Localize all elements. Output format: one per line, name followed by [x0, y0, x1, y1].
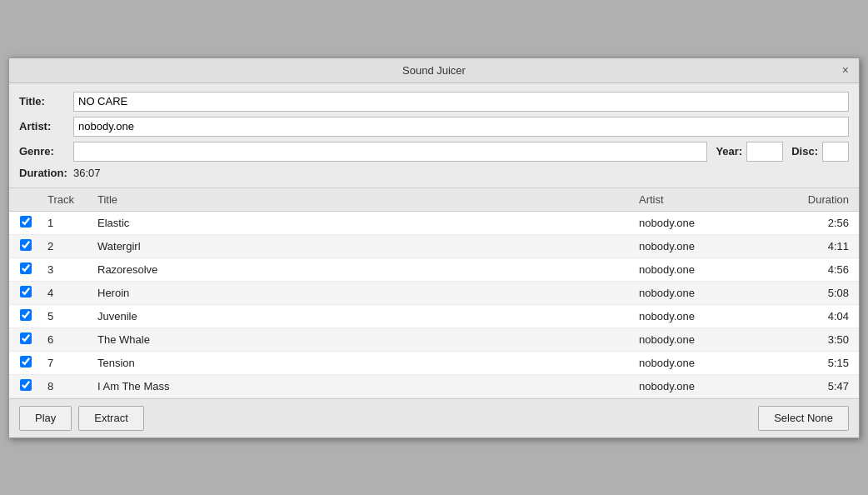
table-row: 3 Razoresolve nobody.one 4:56 [9, 258, 859, 282]
track-artist-cell: nobody.one [634, 329, 784, 350]
track-checkbox[interactable] [20, 379, 32, 391]
track-duration-cell: 5:15 [784, 352, 859, 373]
table-row: 8 I Am The Mass nobody.one 5:47 [9, 375, 859, 398]
header-title: Title [92, 192, 634, 208]
track-artist-cell: nobody.one [634, 212, 784, 233]
track-number-cell: 1 [42, 212, 92, 233]
track-duration-cell: 2:56 [784, 212, 859, 233]
track-number-cell: 7 [42, 352, 92, 373]
genre-row: Genre: Year: Disc: [19, 142, 849, 162]
track-duration-cell: 3:50 [784, 329, 859, 350]
track-title-cell: Elastic [92, 212, 634, 233]
track-list-header: Track Title Artist Duration [9, 188, 859, 212]
header-track: Track [42, 192, 92, 208]
track-duration-cell: 5:08 [784, 282, 859, 303]
track-checkbox[interactable] [20, 239, 32, 251]
genre-label: Genre: [19, 145, 73, 158]
track-check-cell[interactable] [9, 305, 42, 328]
track-number-cell: 3 [42, 259, 92, 280]
title-row: Title: [19, 92, 849, 112]
track-number-cell: 5 [42, 306, 92, 327]
footer-left: Play Extract [19, 406, 144, 431]
table-row: 4 Heroin nobody.one 5:08 [9, 282, 859, 305]
track-checkbox[interactable] [20, 262, 32, 274]
track-artist-cell: nobody.one [634, 236, 784, 257]
track-number-cell: 8 [42, 376, 92, 397]
table-row: 2 Watergirl nobody.one 4:11 [9, 235, 859, 258]
table-row: 5 Juvenile nobody.one 4:04 [9, 305, 859, 328]
track-number-cell: 4 [42, 282, 92, 303]
track-duration-cell: 4:56 [784, 259, 859, 280]
track-duration-cell: 4:04 [784, 306, 859, 327]
track-title-cell: The Whale [92, 329, 634, 350]
table-row: 6 The Whale nobody.one 3:50 [9, 328, 859, 352]
track-checkbox[interactable] [20, 309, 32, 321]
track-title-cell: Watergirl [92, 236, 634, 257]
close-button[interactable]: × [839, 62, 852, 78]
header-artist: Artist [634, 192, 784, 208]
table-row: 7 Tension nobody.one 5:15 [9, 352, 859, 375]
track-artist-cell: nobody.one [634, 282, 784, 303]
main-window: Sound Juicer × Title: Artist: Genre: Yea… [8, 58, 860, 438]
play-button[interactable]: Play [19, 406, 72, 431]
titlebar: Sound Juicer × [9, 58, 859, 83]
header-check [9, 192, 42, 208]
track-artist-cell: nobody.one [634, 352, 784, 373]
track-number-cell: 2 [42, 236, 92, 257]
track-rows: 1 Elastic nobody.one 2:56 2 Watergirl no… [9, 212, 859, 398]
track-checkbox[interactable] [20, 286, 32, 298]
track-number-cell: 6 [42, 329, 92, 350]
artist-input[interactable] [73, 117, 849, 137]
window-title: Sound Juicer [402, 64, 466, 77]
form-area: Title: Artist: Genre: Year: Disc: Durati… [9, 83, 859, 188]
table-row: 1 Elastic nobody.one 2:56 [9, 212, 859, 235]
disc-input[interactable] [822, 142, 849, 162]
genre-input[interactable] [73, 142, 707, 162]
track-title-cell: Juvenile [92, 306, 634, 327]
track-checkbox[interactable] [20, 216, 32, 228]
select-none-button[interactable]: Select None [758, 406, 849, 431]
track-artist-cell: nobody.one [634, 306, 784, 327]
track-check-cell[interactable] [9, 258, 42, 281]
footer-area: Play Extract Select None [9, 398, 859, 438]
track-duration-cell: 4:11 [784, 236, 859, 257]
track-check-cell[interactable] [9, 282, 42, 304]
track-title-cell: Razoresolve [92, 259, 634, 280]
track-checkbox[interactable] [20, 356, 32, 368]
artist-label: Artist: [19, 120, 73, 132]
track-check-cell[interactable] [9, 235, 42, 258]
track-check-cell[interactable] [9, 352, 42, 374]
duration-row: Duration: 36:07 [19, 167, 849, 179]
track-title-cell: Tension [92, 352, 634, 373]
track-check-cell[interactable] [9, 328, 42, 351]
track-artist-cell: nobody.one [634, 259, 784, 280]
duration-value: 36:07 [73, 167, 101, 179]
extract-button[interactable]: Extract [78, 406, 143, 431]
title-input[interactable] [73, 92, 849, 112]
header-duration: Duration [784, 192, 859, 208]
track-check-cell[interactable] [9, 375, 42, 398]
track-check-cell[interactable] [9, 212, 42, 234]
track-checkbox[interactable] [20, 332, 32, 344]
track-list-area: Track Title Artist Duration 1 Elastic no… [9, 188, 859, 398]
year-input[interactable] [746, 142, 783, 162]
track-artist-cell: nobody.one [634, 376, 784, 397]
year-label: Year: [716, 145, 742, 158]
track-duration-cell: 5:47 [784, 376, 859, 397]
track-title-cell: Heroin [92, 282, 634, 303]
disc-label: Disc: [791, 145, 818, 158]
title-label: Title: [19, 95, 73, 108]
track-title-cell: I Am The Mass [92, 376, 634, 397]
artist-row: Artist: [19, 117, 849, 137]
duration-label: Duration: [19, 167, 73, 179]
